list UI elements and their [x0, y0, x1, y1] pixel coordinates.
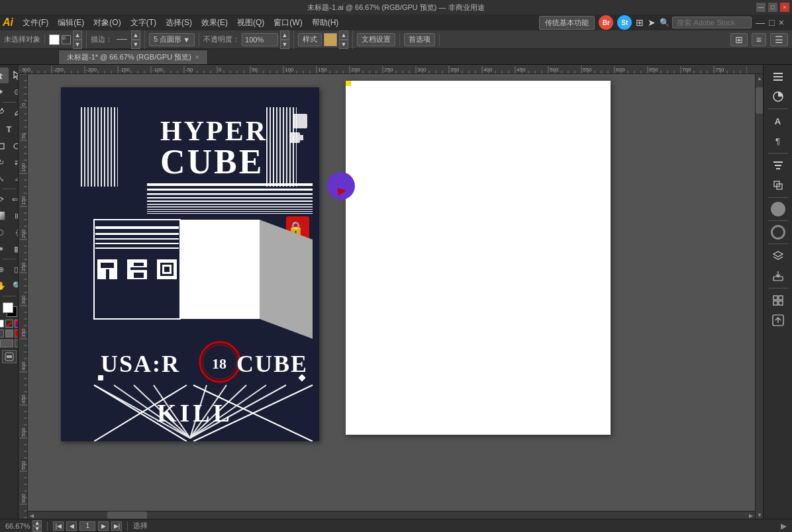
panel-btn[interactable]: ≡ [752, 33, 766, 46]
gradient-tool[interactable] [0, 208, 9, 224]
layers-panel-icon[interactable] [769, 247, 787, 265]
color-wheel-icon[interactable] [771, 202, 785, 216]
zoom-tool[interactable]: 🔍 [9, 278, 19, 294]
workspace-selector[interactable]: 传统基本功能 [539, 16, 595, 30]
rectangle-tool[interactable] [0, 138, 9, 154]
direct-select-tool[interactable] [9, 67, 19, 83]
export-panel-icon[interactable] [769, 267, 787, 285]
close-window-icon[interactable]: × [779, 17, 784, 28]
font-panel-icon[interactable]: A [769, 112, 787, 130]
minimize-button[interactable]: — [756, 3, 766, 12]
opacity-down-arrow[interactable]: ▼ [280, 40, 289, 49]
zoom-down-btn[interactable]: ▼ [32, 526, 42, 532]
color-panel-icon[interactable] [769, 87, 787, 106]
screen-mode-1[interactable] [0, 330, 4, 337]
ellipse-tool[interactable] [9, 138, 19, 154]
column-graph-tool[interactable]: ▦ [9, 241, 19, 257]
hand-tool[interactable]: ✋ [0, 278, 9, 294]
type-tool[interactable]: T [1, 121, 17, 137]
none-color-icon[interactable] [5, 320, 13, 328]
close-button[interactable]: × [780, 3, 789, 12]
align-panel-icon[interactable] [769, 156, 787, 175]
grid-icon[interactable]: ⊞ [636, 17, 644, 28]
arrange-icons-btn[interactable]: ⊞ [730, 33, 748, 46]
vertical-scrollbar[interactable]: ▲ ▼ [755, 74, 763, 519]
view-mode-1[interactable] [0, 339, 13, 347]
menu-file[interactable]: 文件(F) [19, 16, 52, 30]
asset-export-icon[interactable] [769, 311, 787, 330]
reflect-tool[interactable]: ⇄ [9, 154, 19, 170]
maximize-button[interactable]: □ [768, 3, 777, 12]
search-input[interactable] [672, 17, 752, 28]
menu-text[interactable]: 文字(T) [126, 16, 160, 30]
stock-icon[interactable]: St [617, 15, 632, 30]
artboard-tool[interactable]: ◫ [9, 261, 19, 277]
scrollbar-thumb-h[interactable] [107, 511, 147, 519]
fill-down-arrow[interactable]: ▼ [73, 40, 82, 49]
menu-window[interactable]: 窗口(W) [270, 16, 306, 30]
slice-tool[interactable]: ⊕ [0, 261, 9, 277]
horizontal-scrollbar[interactable]: ◀ ▶ [28, 511, 755, 519]
scale-tool[interactable]: ⤡ [0, 171, 9, 187]
scroll-left-btn[interactable]: ◀ [28, 511, 36, 519]
scroll-up-btn[interactable]: ▲ [756, 74, 763, 82]
page-next-btn[interactable]: ▶ [98, 521, 109, 531]
stroke-up-arrow[interactable]: ▲ [131, 30, 140, 40]
maximize-window-icon[interactable]: □ [769, 17, 774, 28]
canvas-content[interactable]: HYPER CUBE [28, 74, 763, 519]
symbol-spray-tool[interactable]: ⁕ [0, 241, 9, 257]
shape-builder-tool[interactable]: ⬡ [0, 224, 9, 240]
doc-tab-active[interactable]: 未标题-1* @ 66.67% (RGB/GPU 预览) × [58, 50, 208, 64]
stroke-down-arrow[interactable]: ▼ [131, 40, 140, 49]
select-tool[interactable] [0, 67, 9, 83]
fill-up-arrow[interactable]: ▲ [73, 30, 82, 40]
page-number-input[interactable] [79, 521, 95, 531]
opacity-up-arrow[interactable]: ▲ [280, 30, 289, 40]
stroke-swatch[interactable]: ⊘ [62, 35, 71, 44]
change-view-button[interactable] [2, 350, 17, 363]
style-color-swatch[interactable] [324, 33, 337, 46]
pencil-tool[interactable] [9, 105, 19, 120]
menu-object[interactable]: 对象(O) [89, 16, 124, 30]
scrollbar-thumb-v[interactable] [756, 87, 763, 114]
scroll-down-btn[interactable]: ▼ [756, 511, 763, 519]
opacity-input[interactable] [242, 33, 278, 46]
style-up-arrow[interactable]: ▲ [339, 30, 348, 40]
ring-icon[interactable] [771, 225, 785, 240]
warp-tool[interactable]: ⟳ [0, 191, 9, 207]
extra-btn[interactable]: ☰ [770, 33, 788, 46]
scroll-right-btn[interactable]: ▶ [747, 511, 755, 519]
shear-tool[interactable]: ⊿ [9, 171, 19, 187]
magic-wand-tool[interactable]: ✦ [0, 84, 9, 100]
rotate-tool[interactable]: ↻ [0, 154, 9, 170]
fill-color-box[interactable] [3, 302, 13, 313]
menu-effect[interactable]: 效果(E) [197, 16, 232, 30]
default-colors-icon[interactable] [0, 320, 4, 328]
fill-swatch[interactable] [49, 34, 60, 45]
page-prev-btn[interactable]: ◀ [66, 521, 77, 531]
bridge-icon[interactable]: Br [599, 15, 613, 30]
menu-select[interactable]: 选择(S) [162, 16, 196, 30]
preferences-button[interactable]: 首选项 [404, 33, 435, 46]
page-last-btn[interactable]: ▶| [111, 521, 122, 531]
width-tool[interactable]: ⟺ [9, 191, 19, 207]
style-button[interactable]: 样式 [298, 33, 322, 46]
doc-setup-button[interactable]: 文档设置 [357, 33, 395, 46]
paragraph-panel-icon[interactable]: ¶ [769, 132, 787, 150]
style-down-arrow[interactable]: ▼ [339, 40, 348, 49]
status-play-icon[interactable]: ▶ [781, 521, 787, 531]
view-mode-2[interactable] [15, 339, 19, 347]
menu-view[interactable]: 视图(Q) [233, 16, 268, 30]
send-icon[interactable]: ➤ [648, 17, 656, 28]
menu-edit[interactable]: 编辑(E) [54, 16, 88, 30]
screen-mode-2[interactable] [5, 330, 13, 337]
pen-tool[interactable] [0, 105, 9, 120]
brush-selector[interactable]: 5 点圆形 ▼ [149, 33, 195, 46]
grid-panel-icon[interactable] [769, 291, 787, 310]
lasso-tool[interactable]: ⊙ [9, 84, 19, 100]
properties-panel-icon[interactable] [769, 67, 787, 86]
perspective-tool[interactable]: ⟠ [9, 224, 19, 240]
page-first-btn[interactable]: |◀ [53, 521, 64, 531]
minimize-window-icon[interactable]: — [756, 17, 765, 28]
mesh-tool[interactable]: ⊞ [9, 208, 19, 224]
